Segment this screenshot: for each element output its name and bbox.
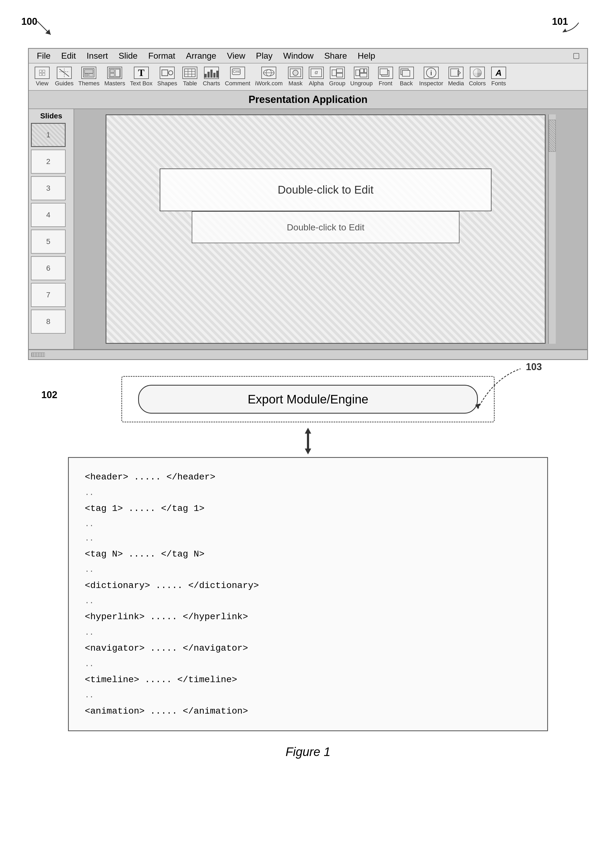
slide-canvas[interactable]: Double-click to Edit Double-click to Edi…: [106, 114, 546, 344]
code-line-15: <animation> ..... </animation>: [85, 703, 531, 720]
toolbar-front-label: Front: [379, 80, 392, 87]
slide-thumb-2[interactable]: 2: [31, 150, 66, 173]
code-line-4: ..: [85, 531, 531, 546]
slide-num-1: 1: [46, 130, 50, 139]
menu-edit[interactable]: Edit: [61, 51, 76, 61]
svg-rect-36: [360, 73, 367, 77]
code-line-7: <dictionary> ..... </dictionary>: [85, 577, 531, 594]
text-box-1[interactable]: Double-click to Edit: [160, 169, 492, 211]
export-module-label: Export Module/Engine: [248, 392, 369, 406]
svg-rect-33: [356, 70, 360, 76]
toolbar-ungroup-label: Ungroup: [350, 80, 373, 87]
toolbar-comment-label: Comment: [225, 80, 250, 87]
slide-thumb-7[interactable]: 7: [31, 283, 66, 307]
scrollbar-thumb: [549, 120, 556, 152]
svg-rect-32: [336, 73, 343, 77]
toolbar-table-label: Table: [183, 80, 197, 87]
code-line-5: <tag N> ..... </tag N>: [85, 546, 531, 563]
code-line-14: ..: [85, 688, 531, 703]
menu-arrange[interactable]: Arrange: [186, 51, 216, 61]
toolbar-masters[interactable]: Masters: [104, 67, 125, 87]
slide-thumb-6[interactable]: 6: [31, 256, 66, 280]
svg-rect-30: [332, 70, 336, 76]
ungroup-icon-svg: [355, 68, 367, 78]
svg-marker-2: [563, 28, 567, 32]
toolbar-fonts-label: Fonts: [491, 80, 506, 87]
main-content: Slides 1 2 3 4 5 6 7 8: [29, 109, 587, 350]
toolbar-back-label: Back: [400, 80, 413, 87]
app-title-bar: Presentation Application: [29, 90, 587, 109]
bar1: [204, 74, 207, 78]
toolbar-iwork-label: iWork.com: [255, 80, 283, 87]
toolbar-fonts[interactable]: A Fonts: [491, 67, 506, 87]
toolbar-guides-label: Guides: [55, 80, 74, 87]
bottom-bar-handle: [31, 353, 45, 357]
toolbar-inspector[interactable]: i Inspector: [419, 67, 443, 87]
svg-rect-16: [185, 69, 195, 77]
menu-share[interactable]: Share: [324, 51, 347, 61]
slide-thumb-1[interactable]: 1: [31, 123, 66, 147]
toolbar-view-label: View: [36, 80, 48, 87]
toolbar-colors[interactable]: Colors: [469, 67, 486, 87]
toolbar-group-label: Group: [329, 80, 345, 87]
toolbar-front[interactable]: Front: [378, 67, 394, 87]
svg-rect-12: [110, 73, 114, 77]
back-icon-svg: [400, 68, 413, 78]
app-window: File Edit Insert Slide Format Arrange Vi…: [28, 48, 588, 360]
toolbar-iwork[interactable]: iWork.com: [255, 67, 283, 87]
toolbar-ungroup[interactable]: Ungroup: [350, 67, 373, 87]
svg-marker-45: [475, 403, 481, 409]
svg-marker-46: [305, 428, 311, 434]
toolbar-shapes[interactable]: Shapes: [157, 67, 177, 87]
minimize-button[interactable]: [573, 53, 579, 59]
toolbar-colors-label: Colors: [469, 80, 486, 87]
code-line-9: <hyperlink> ..... </hyperlink>: [85, 608, 531, 626]
svg-marker-42: [458, 70, 461, 75]
table-icon-svg: [184, 68, 196, 78]
toolbar-table[interactable]: Table: [182, 67, 198, 87]
bar-chart-icon: [204, 68, 218, 78]
ungroup-icon: [354, 67, 369, 79]
toolbar-comment[interactable]: Cmt Comment: [225, 67, 250, 87]
svg-rect-7: [84, 70, 93, 73]
mask-icon: [288, 67, 303, 79]
toolbar-guides[interactable]: Guides: [55, 67, 74, 87]
toolbar-media[interactable]: Media: [448, 67, 464, 87]
menu-view[interactable]: View: [227, 51, 245, 61]
slide-thumb-4[interactable]: 4: [31, 203, 66, 227]
menu-play[interactable]: Play: [256, 51, 272, 61]
menu-format[interactable]: Format: [148, 51, 175, 61]
menu-file[interactable]: File: [37, 51, 51, 61]
colors-icon: [470, 67, 485, 79]
menu-help[interactable]: Help: [358, 51, 375, 61]
toolbar-mask[interactable]: Mask: [287, 67, 304, 87]
bar3: [210, 70, 213, 78]
toolbar-themes[interactable]: Themes: [78, 67, 99, 87]
fonts-A: A: [496, 68, 502, 78]
code-line-1: ..: [85, 486, 531, 500]
slide-thumb-5[interactable]: 5: [31, 230, 66, 254]
slide-thumb-8[interactable]: 8: [31, 310, 66, 334]
vertical-scrollbar[interactable]: [548, 114, 556, 344]
menu-insert[interactable]: Insert: [87, 51, 108, 61]
svg-rect-34: [360, 69, 364, 73]
toolbar-group[interactable]: Group: [329, 67, 345, 87]
menu-slide[interactable]: Slide: [118, 51, 138, 61]
toolbar-charts-label: Charts: [203, 80, 220, 87]
bar2: [207, 72, 210, 78]
toolbar-charts[interactable]: Charts: [203, 67, 220, 87]
bar5: [216, 71, 218, 78]
code-line-6: ..: [85, 563, 531, 577]
text-box-2[interactable]: Double-click to Edit: [192, 211, 459, 243]
toolbar-view[interactable]: View: [34, 67, 50, 87]
toolbar-alpha[interactable]: α Alpha: [308, 67, 324, 87]
code-line-8: ..: [85, 594, 531, 608]
menu-window[interactable]: Window: [283, 51, 314, 61]
toolbar-textbox[interactable]: T Text Box: [130, 67, 152, 87]
alpha-icon: α: [309, 67, 324, 79]
toolbar-textbox-label: Text Box: [130, 80, 152, 87]
guides-icon-svg: [58, 68, 70, 78]
toolbar-back[interactable]: Back: [398, 67, 415, 87]
slide-thumb-3[interactable]: 3: [31, 176, 66, 200]
code-line-13: <timeline> ..... </timeline>: [85, 671, 531, 689]
